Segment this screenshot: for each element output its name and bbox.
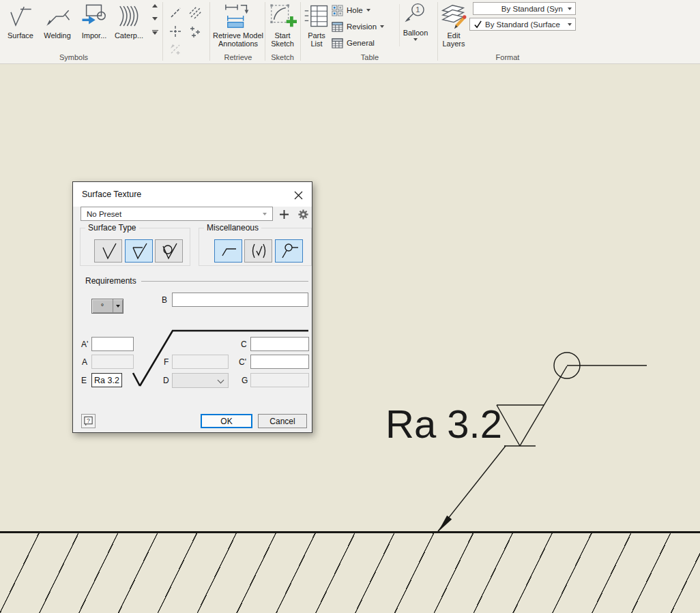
- revision-table-icon: [332, 21, 343, 33]
- ok-label: OK: [220, 417, 232, 426]
- symbol-layer-dropdown[interactable]: By Standard (Syn: [473, 2, 576, 15]
- auto-centerline-button[interactable]: [167, 41, 184, 57]
- general-table-button[interactable]: General: [332, 35, 375, 50]
- field-label-a: A: [82, 357, 87, 367]
- all-around-leader-icon: [278, 241, 300, 260]
- field-a-prime-input[interactable]: [91, 337, 134, 351]
- parenthesized-check-icon: [248, 241, 269, 260]
- table-panel-label: Table: [303, 53, 437, 61]
- dropdown-arrow-icon: [380, 25, 384, 28]
- field-label-c: C: [241, 340, 247, 349]
- special-character-dropdown[interactable]: [113, 299, 123, 313]
- centerline-button[interactable]: [167, 4, 184, 20]
- surface-style-dropdown[interactable]: By Standard (Surface: [469, 18, 576, 31]
- surface-texture-dialog: Surface Texture No Preset Surface Type: [72, 181, 312, 433]
- revision-table-button[interactable]: Revision: [332, 19, 384, 34]
- parts-list-button[interactable]: Parts List: [303, 2, 330, 51]
- surface-type-basic-button[interactable]: [94, 239, 122, 263]
- caterpillar-icon: [114, 2, 144, 31]
- retrieve-panel-label: Retrieve: [212, 53, 265, 61]
- misc-tail-button[interactable]: [214, 239, 242, 263]
- scroll-up-icon[interactable]: [152, 4, 158, 8]
- gear-icon: [297, 209, 309, 220]
- button-label: Caterp...: [115, 31, 143, 40]
- misc-all-around-button[interactable]: [275, 239, 303, 263]
- field-d-dropdown: [172, 373, 229, 388]
- material-removal-icon: [128, 241, 150, 260]
- hole-table-icon: [332, 5, 343, 16]
- field-label-b: B: [162, 295, 167, 305]
- hole-table-button[interactable]: Hole: [332, 3, 370, 18]
- panel-expand-icon[interactable]: [152, 30, 158, 35]
- requirements-group: Requirements: [85, 276, 308, 286]
- field-label-c-prime: C': [239, 357, 246, 367]
- ok-button[interactable]: OK: [201, 414, 252, 428]
- help-button[interactable]: ?: [81, 414, 96, 428]
- field-a-input: [91, 355, 134, 369]
- retrieve-model-annotations-icon: [223, 2, 253, 31]
- center-mark-icon: [169, 25, 182, 38]
- field-c-prime-input[interactable]: [250, 355, 309, 369]
- welding-symbol-button[interactable]: Welding: [40, 2, 75, 51]
- field-b-input[interactable]: [172, 293, 308, 307]
- button-label: Welding: [44, 31, 71, 40]
- group-rule: [141, 281, 308, 282]
- start-sketch-icon: [267, 2, 297, 31]
- surface-finish-icon: [5, 2, 35, 31]
- welding-icon: [42, 2, 72, 31]
- plus-icon: [279, 209, 289, 220]
- panel-separator: [300, 2, 301, 61]
- surface-type-removal-prohibited-button[interactable]: [155, 239, 183, 263]
- dropdown-arrow-icon: [568, 23, 572, 26]
- points-button[interactable]: [187, 23, 203, 40]
- auto-centerline-icon: [169, 42, 182, 56]
- svg-text:1: 1: [415, 5, 420, 14]
- centerline-icon: [169, 5, 182, 19]
- button-label: Parts List: [303, 31, 330, 48]
- ribbon: Surface Welding Impor... Caterp...: [0, 0, 700, 64]
- dropdown-arrow-icon: [568, 8, 572, 10]
- close-button[interactable]: [290, 188, 306, 203]
- cancel-button[interactable]: Cancel: [258, 414, 307, 428]
- dropdown-arrow-icon: [263, 213, 267, 215]
- field-g-input: [250, 373, 309, 387]
- dropdown-value: By Standard (Syn: [501, 5, 563, 13]
- start-sketch-button[interactable]: Start Sketch: [267, 2, 298, 51]
- scroll-down-icon[interactable]: [152, 17, 158, 20]
- hatch-lines-icon: [188, 5, 202, 19]
- panel-separator: [209, 2, 210, 61]
- general-table-icon: [332, 38, 343, 49]
- special-character-button[interactable]: °: [91, 299, 123, 314]
- balloon-button[interactable]: 1 Balloon: [400, 2, 431, 51]
- group-label: Miscellaneous: [204, 223, 261, 233]
- close-icon: [294, 191, 303, 200]
- balloon-icon: 1: [400, 2, 431, 28]
- panel-separator: [265, 2, 265, 61]
- checkmark-icon: [473, 20, 482, 29]
- field-e-input[interactable]: [91, 373, 122, 387]
- removal-prohibited-icon: [158, 241, 180, 260]
- hatched-section[interactable]: [0, 533, 700, 613]
- retrieve-model-annotations-button[interactable]: Retrieve Model Annotations: [213, 2, 263, 51]
- button-label: Retrieve Model Annotations: [213, 31, 263, 48]
- dialog-title-bar[interactable]: Surface Texture: [73, 182, 312, 207]
- dropdown-arrow-icon: [366, 9, 370, 12]
- sketch-panel-label: Sketch: [265, 53, 300, 61]
- edit-layers-button[interactable]: Edit Layers: [440, 2, 467, 51]
- center-mark-button[interactable]: [167, 23, 184, 40]
- dialog-title: Surface Texture: [82, 190, 141, 199]
- preset-settings-button[interactable]: [295, 207, 310, 222]
- surface-texture-button[interactable]: Surface: [4, 2, 37, 51]
- button-label: Start Sketch: [267, 31, 298, 48]
- add-preset-button[interactable]: [276, 207, 291, 222]
- hatch-lines-button[interactable]: [187, 4, 203, 20]
- parts-list-icon: [303, 2, 330, 31]
- import-symbol-button[interactable]: Impor...: [78, 2, 111, 51]
- misc-all-surfaces-button[interactable]: [244, 239, 272, 263]
- button-label: Edit Layers: [440, 31, 467, 48]
- preset-dropdown[interactable]: No Preset: [81, 207, 273, 221]
- surface-type-material-removal-button[interactable]: [125, 239, 153, 263]
- caterpillar-symbol-button[interactable]: Caterp...: [112, 2, 146, 51]
- edit-layers-icon: [439, 2, 469, 31]
- field-c-input[interactable]: [250, 337, 309, 351]
